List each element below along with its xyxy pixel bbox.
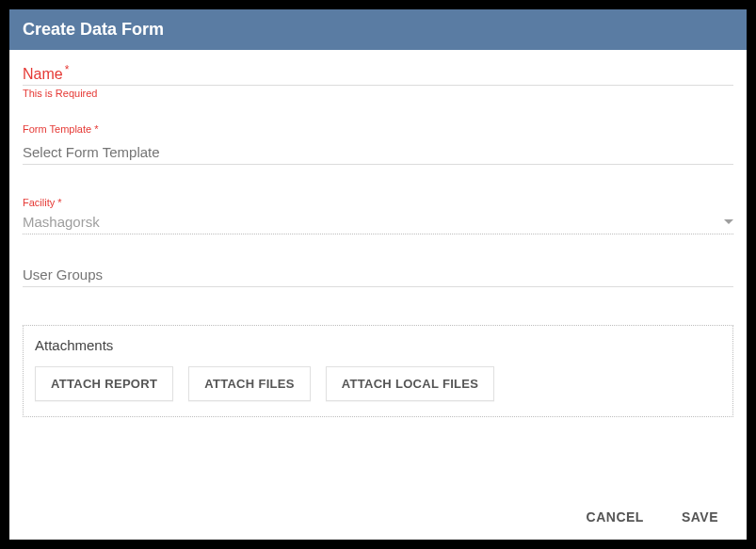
- cancel-button[interactable]: CANCEL: [587, 509, 644, 525]
- dialog-footer: CANCEL SAVE: [9, 494, 747, 540]
- scroll-spacer: [23, 417, 733, 494]
- user-groups-select[interactable]: User Groups: [23, 266, 733, 287]
- attachments-title: Attachments: [35, 337, 721, 353]
- form-template-field: Form Template *: [23, 123, 733, 165]
- create-data-form-dialog: Create Data Form Name* This is Required …: [9, 9, 747, 540]
- form-template-label: Form Template *: [23, 123, 733, 135]
- dialog-title: Create Data Form: [9, 9, 747, 50]
- facility-select[interactable]: Mashagorsk: [23, 214, 733, 234]
- attach-local-files-button[interactable]: ATTACH LOCAL FILES: [326, 366, 495, 401]
- attachments-buttons: ATTACH REPORT ATTACH FILES ATTACH LOCAL …: [35, 366, 721, 401]
- save-button[interactable]: SAVE: [682, 509, 718, 525]
- facility-field: Facility * Mashagorsk: [23, 197, 733, 234]
- attach-report-button[interactable]: ATTACH REPORT: [35, 366, 173, 401]
- facility-label: Facility *: [23, 197, 733, 208]
- chevron-down-icon: [724, 219, 733, 224]
- user-groups-field: User Groups: [23, 266, 733, 287]
- name-field: Name* This is Required: [23, 63, 733, 99]
- dialog-body[interactable]: Name* This is Required Form Template * F…: [9, 50, 747, 494]
- required-mark: *: [65, 63, 70, 76]
- attachments-section: Attachments ATTACH REPORT ATTACH FILES A…: [23, 325, 733, 417]
- attach-files-button[interactable]: ATTACH FILES: [188, 366, 311, 401]
- name-label: Name: [23, 66, 63, 84]
- app-frame: Create Data Form Name* This is Required …: [0, 0, 756, 549]
- facility-value: Mashagorsk: [23, 214, 100, 230]
- form-template-input[interactable]: [23, 140, 733, 165]
- name-error: This is Required: [23, 88, 733, 99]
